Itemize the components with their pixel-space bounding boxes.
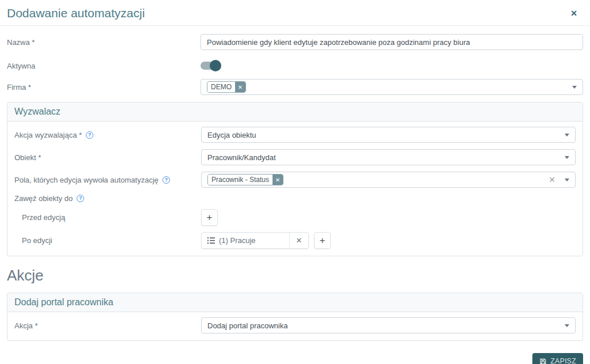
trigger-panel-title: Wyzwalacz [7, 103, 583, 122]
fields-edit-tag: Pracownik - Status ✕ [207, 174, 283, 185]
company-label: Firma * [7, 83, 201, 92]
action-panel-title: Dodaj portal pracownika [7, 293, 583, 312]
fields-edit-multiselect[interactable]: Pracownik - Status ✕ ✕ [201, 172, 576, 188]
help-icon[interactable]: ? [162, 176, 170, 184]
save-button[interactable]: ZAPISZ [532, 353, 583, 364]
company-tag: DEMO ✕ [207, 81, 246, 93]
name-label: Nazwa * [7, 38, 201, 47]
trigger-action-label: Akcja wyzwalająca * ? [14, 131, 201, 139]
actions-heading: Akcje [7, 267, 583, 285]
action-row: Akcja * Dodaj portal pracownika [14, 317, 576, 333]
active-row: Aktywna [7, 60, 583, 71]
add-automation-modal: Dodawanie automatyzacji ✕ Nazwa * Aktywn… [0, 0, 590, 364]
active-toggle[interactable] [201, 62, 220, 70]
chevron-down-icon [565, 179, 569, 181]
active-label: Aktywna [7, 62, 201, 70]
fields-edit-label: Pola, których edycja wywoła automatyzacj… [14, 176, 201, 184]
tag-remove-icon[interactable]: ✕ [273, 175, 283, 185]
action-panel: Dodaj portal pracownika Akcja * Dodaj po… [7, 293, 583, 341]
help-icon[interactable]: ? [77, 195, 84, 202]
remove-condition-icon[interactable]: ✕ [289, 233, 308, 248]
trigger-action-row: Akcja wyzwalająca * ? Edycja obiektu [14, 127, 576, 143]
modal-footer: ZAPISZ [0, 341, 590, 364]
fields-edit-row: Pola, których edycja wywoła automatyzacj… [14, 172, 576, 188]
add-condition-after-button[interactable]: + [314, 232, 331, 249]
chevron-down-icon [572, 86, 577, 89]
page-title: Dodawanie automatyzacji [7, 6, 145, 20]
company-tag-label: DEMO [207, 82, 235, 92]
after-edit-label: Po edycji [14, 236, 201, 245]
chevron-down-icon [565, 156, 569, 159]
help-icon[interactable]: ? [86, 131, 93, 139]
object-select[interactable]: Pracownik/Kandydat [201, 149, 576, 165]
narrow-label: Zawęź obiekty do ? [14, 194, 201, 203]
modal-header: Dodawanie automatyzacji ✕ [0, 0, 590, 26]
after-edit-condition-value[interactable]: (1) Pracuje [202, 233, 289, 248]
list-icon [207, 237, 215, 244]
name-input[interactable] [201, 34, 583, 50]
trigger-action-label-text: Akcja wyzwalająca * [14, 131, 82, 139]
trigger-action-select[interactable]: Edycja obiektu [201, 127, 576, 143]
clear-icon[interactable]: ✕ [549, 176, 555, 184]
narrow-row: Zawęź obiekty do ? [14, 194, 576, 203]
trigger-action-value: Edycja obiektu [207, 131, 256, 139]
action-value: Dodaj portal pracownika [207, 321, 288, 330]
name-row: Nazwa * [7, 34, 583, 50]
action-label: Akcja * [14, 321, 201, 330]
object-row: Obiekt * Pracownik/Kandydat [14, 149, 576, 165]
toggle-knob [210, 60, 221, 71]
trigger-panel: Wyzwalacz Akcja wyzwalająca * ? Edycja o… [7, 102, 583, 256]
company-row: Firma * DEMO ✕ [7, 79, 583, 95]
before-edit-label: Przed edycją [14, 213, 201, 222]
object-value: Pracownik/Kandydat [207, 153, 276, 162]
add-condition-before-button[interactable]: + [201, 209, 218, 226]
fields-edit-label-text: Pola, których edycja wywoła automatyzacj… [14, 176, 158, 184]
save-button-label: ZAPISZ [551, 357, 576, 364]
after-edit-row: Po edycji [14, 232, 576, 249]
tag-remove-icon[interactable]: ✕ [235, 82, 245, 92]
narrow-label-text: Zawęź obiekty do [14, 194, 73, 203]
company-select[interactable]: DEMO ✕ [201, 79, 583, 95]
after-edit-condition-text: (1) Pracuje [219, 236, 256, 245]
action-select[interactable]: Dodaj portal pracownika [201, 317, 576, 333]
chevron-down-icon [565, 134, 569, 136]
save-floppy-icon [539, 358, 547, 364]
fields-edit-tag-label: Pracownik - Status [208, 175, 273, 185]
object-label: Obiekt * [14, 153, 201, 162]
close-icon[interactable]: ✕ [565, 7, 583, 20]
chevron-down-icon [565, 324, 569, 327]
after-edit-condition: (1) Pracuje ✕ [201, 232, 309, 249]
before-edit-row: Przed edycją + [14, 209, 576, 226]
